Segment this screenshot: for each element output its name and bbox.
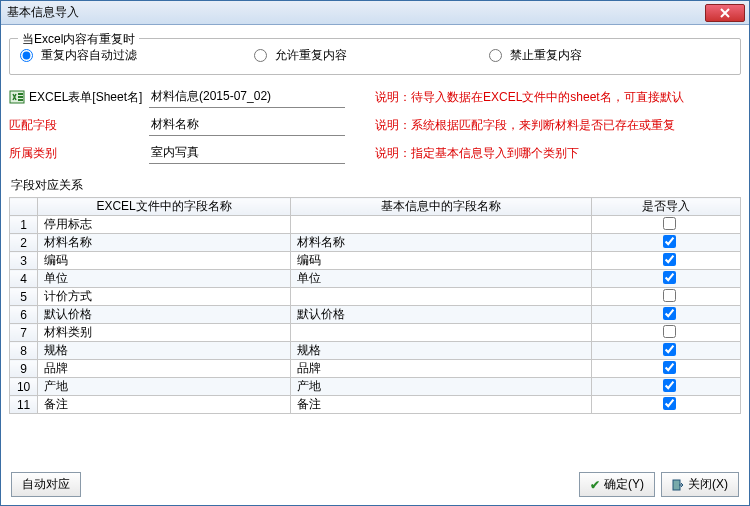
window: 基本信息导入 当Excel内容有重复时 重复内容自动过滤 允许重复内容 禁止重复… — [0, 0, 750, 506]
import-checkbox[interactable] — [663, 271, 676, 284]
table-row[interactable]: 10产地产地 — [10, 378, 741, 396]
excel-field-cell[interactable]: 编码 — [38, 252, 291, 270]
sheet-row: EXCEL表单[Sheet名] 材料信息(2015-07_02) 说明：待导入数… — [9, 85, 741, 109]
radio-auto-filter[interactable]: 重复内容自动过滤 — [20, 47, 254, 64]
close-button[interactable]: 关闭(X) — [661, 472, 739, 497]
row-number: 9 — [10, 360, 38, 378]
row-number: 7 — [10, 324, 38, 342]
excel-field-cell[interactable]: 计价方式 — [38, 288, 291, 306]
import-checkbox[interactable] — [663, 253, 676, 266]
header-rownum — [10, 198, 38, 216]
import-cell — [592, 306, 741, 324]
import-cell — [592, 378, 741, 396]
row-number: 3 — [10, 252, 38, 270]
import-checkbox[interactable] — [663, 397, 676, 410]
radio-allow-dup[interactable]: 允许重复内容 — [254, 47, 488, 64]
fields-area: EXCEL表单[Sheet名] 材料信息(2015-07_02) 说明：待导入数… — [9, 85, 741, 165]
match-label: 匹配字段 — [9, 117, 149, 134]
import-checkbox[interactable] — [663, 361, 676, 374]
ok-button-label: 确定(Y) — [604, 476, 644, 493]
excel-field-cell[interactable]: 材料名称 — [38, 234, 291, 252]
excel-field-cell[interactable]: 备注 — [38, 396, 291, 414]
table-row[interactable]: 6默认价格默认价格 — [10, 306, 741, 324]
svg-rect-2 — [18, 96, 23, 98]
radio-forbid-dup[interactable]: 禁止重复内容 — [489, 47, 723, 64]
basic-field-cell[interactable]: 单位 — [291, 270, 592, 288]
table-row[interactable]: 8规格规格 — [10, 342, 741, 360]
basic-field-cell[interactable]: 材料名称 — [291, 234, 592, 252]
radio-allow-dup-input[interactable] — [254, 49, 267, 62]
import-cell — [592, 360, 741, 378]
table-row[interactable]: 9品牌品牌 — [10, 360, 741, 378]
table-row[interactable]: 5计价方式 — [10, 288, 741, 306]
basic-field-cell[interactable]: 品牌 — [291, 360, 592, 378]
window-close-button[interactable] — [705, 4, 745, 22]
ok-button[interactable]: ✔ 确定(Y) — [579, 472, 655, 497]
import-checkbox[interactable] — [663, 307, 676, 320]
svg-rect-1 — [18, 93, 23, 95]
basic-field-cell[interactable]: 备注 — [291, 396, 592, 414]
table-row[interactable]: 11备注备注 — [10, 396, 741, 414]
basic-field-cell[interactable] — [291, 216, 592, 234]
import-checkbox[interactable] — [663, 343, 676, 356]
auto-map-button[interactable]: 自动对应 — [11, 472, 81, 497]
duplicate-legend: 当Excel内容有重复时 — [18, 31, 139, 48]
import-checkbox[interactable] — [663, 235, 676, 248]
sheet-desc: 说明：待导入数据在EXCEL文件中的sheet名，可直接默认 — [375, 89, 741, 106]
sheet-value[interactable]: 材料信息(2015-07_02) — [149, 86, 345, 108]
import-checkbox[interactable] — [663, 379, 676, 392]
footer: 自动对应 ✔ 确定(Y) 关闭(X) — [11, 472, 739, 497]
table-row[interactable]: 3编码编码 — [10, 252, 741, 270]
excel-field-cell[interactable]: 停用标志 — [38, 216, 291, 234]
table-row[interactable]: 2材料名称材料名称 — [10, 234, 741, 252]
radio-auto-filter-input[interactable] — [20, 49, 33, 62]
excel-field-cell[interactable]: 品牌 — [38, 360, 291, 378]
check-icon: ✔ — [590, 478, 600, 492]
basic-field-cell[interactable]: 规格 — [291, 342, 592, 360]
row-number: 6 — [10, 306, 38, 324]
sheet-label-text: EXCEL表单[Sheet名] — [29, 89, 142, 106]
footer-spacer — [81, 472, 579, 497]
import-cell — [592, 288, 741, 306]
row-number: 11 — [10, 396, 38, 414]
category-label: 所属类别 — [9, 145, 149, 162]
svg-rect-4 — [673, 480, 680, 490]
close-button-label: 关闭(X) — [688, 476, 728, 493]
door-icon — [672, 479, 684, 491]
category-desc: 说明：指定基本信息导入到哪个类别下 — [375, 145, 741, 162]
category-value[interactable]: 室内写真 — [149, 142, 345, 164]
close-icon — [720, 8, 730, 18]
table-row[interactable]: 4单位单位 — [10, 270, 741, 288]
excel-field-cell[interactable]: 单位 — [38, 270, 291, 288]
import-cell — [592, 396, 741, 414]
import-checkbox[interactable] — [663, 289, 676, 302]
excel-field-cell[interactable]: 默认价格 — [38, 306, 291, 324]
table-row[interactable]: 1停用标志 — [10, 216, 741, 234]
basic-field-cell[interactable] — [291, 324, 592, 342]
excel-field-cell[interactable]: 产地 — [38, 378, 291, 396]
table-row[interactable]: 7材料类别 — [10, 324, 741, 342]
duplicate-group: 当Excel内容有重复时 重复内容自动过滤 允许重复内容 禁止重复内容 — [9, 38, 741, 75]
import-checkbox[interactable] — [663, 325, 676, 338]
excel-field-cell[interactable]: 材料类别 — [38, 324, 291, 342]
match-row: 匹配字段 材料名称 说明：系统根据匹配字段，来判断材料是否已存在或重复 — [9, 113, 741, 137]
excel-icon — [9, 89, 25, 105]
header-excel: EXCEL文件中的字段名称 — [38, 198, 291, 216]
match-desc: 说明：系统根据匹配字段，来判断材料是否已存在或重复 — [375, 117, 741, 134]
radio-forbid-dup-input[interactable] — [489, 49, 502, 62]
import-checkbox[interactable] — [663, 217, 676, 230]
match-value[interactable]: 材料名称 — [149, 114, 345, 136]
basic-field-cell[interactable] — [291, 288, 592, 306]
row-number: 2 — [10, 234, 38, 252]
import-cell — [592, 252, 741, 270]
basic-field-cell[interactable]: 默认价格 — [291, 306, 592, 324]
sheet-label: EXCEL表单[Sheet名] — [9, 89, 149, 106]
import-cell — [592, 342, 741, 360]
basic-field-cell[interactable]: 产地 — [291, 378, 592, 396]
row-number: 10 — [10, 378, 38, 396]
excel-field-cell[interactable]: 规格 — [38, 342, 291, 360]
import-cell — [592, 270, 741, 288]
radio-label: 允许重复内容 — [275, 47, 347, 64]
basic-field-cell[interactable]: 编码 — [291, 252, 592, 270]
content-area: 当Excel内容有重复时 重复内容自动过滤 允许重复内容 禁止重复内容 EXCE… — [1, 25, 749, 414]
